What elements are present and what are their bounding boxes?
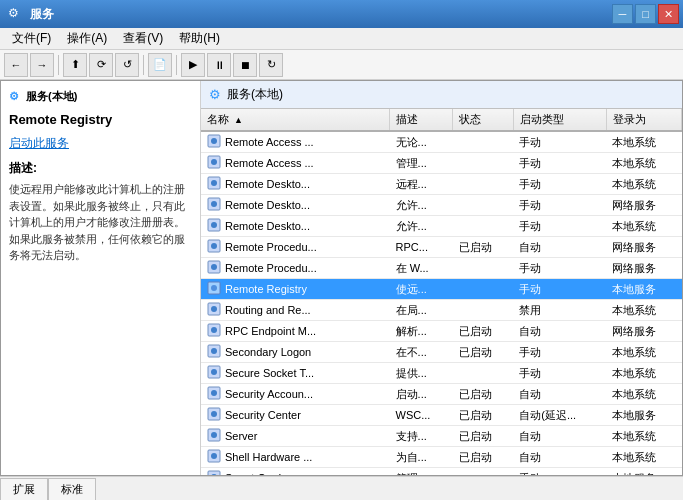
maximize-button[interactable]: □	[635, 4, 656, 24]
service-status: 已启动	[453, 237, 514, 258]
service-status	[453, 174, 514, 195]
col-logon[interactable]: 登录为	[606, 109, 681, 131]
service-desc: 允许...	[390, 216, 453, 237]
service-logon: 网络服务	[606, 258, 681, 279]
service-name: Remote Procedu...	[225, 262, 317, 274]
svg-point-29	[211, 432, 217, 438]
toolbar-start[interactable]: ▶	[181, 53, 205, 77]
service-name: RPC Endpoint M...	[225, 325, 316, 337]
svg-point-27	[211, 411, 217, 417]
menu-file[interactable]: 文件(F)	[4, 28, 59, 49]
service-status	[453, 216, 514, 237]
menu-action[interactable]: 操作(A)	[59, 28, 115, 49]
panel-header-title: 服务(本地)	[227, 86, 283, 103]
service-startup: 手动	[513, 363, 606, 384]
toolbar-back[interactable]: ←	[4, 53, 28, 77]
tab-expand[interactable]: 扩展	[0, 478, 48, 500]
svg-point-17	[211, 306, 217, 312]
table-row[interactable]: Secondary Logon 在不... 已启动 手动 本地系统	[201, 342, 682, 363]
service-name: Shell Hardware ...	[225, 451, 312, 463]
table-row[interactable]: RPC Endpoint M... 解析... 已启动 自动 网络服务	[201, 321, 682, 342]
table-row[interactable]: Remote Procedu... 在 W... 手动 网络服务	[201, 258, 682, 279]
svg-point-13	[211, 264, 217, 270]
svg-point-1	[211, 138, 217, 144]
table-row[interactable]: Remote Deskto... 允许... 手动 本地系统	[201, 216, 682, 237]
svg-point-23	[211, 369, 217, 375]
service-name-cell: Remote Procedu...	[201, 237, 390, 257]
table-row[interactable]: Remote Access ... 管理... 手动 本地系统	[201, 153, 682, 174]
svg-point-9	[211, 222, 217, 228]
service-desc: 提供...	[390, 363, 453, 384]
toolbar-restart[interactable]: ↻	[259, 53, 283, 77]
toolbar-sep1	[58, 55, 59, 75]
service-logon: 本地系统	[606, 426, 681, 447]
table-row[interactable]: Server 支持... 已启动 自动 本地系统	[201, 426, 682, 447]
service-name: Security Center	[225, 409, 301, 421]
service-startup: 自动	[513, 384, 606, 405]
service-desc: 启动...	[390, 384, 453, 405]
service-desc: 允许...	[390, 195, 453, 216]
service-desc: 无论...	[390, 131, 453, 153]
toolbar-refresh2[interactable]: ↺	[115, 53, 139, 77]
service-name-cell: Server	[201, 426, 390, 446]
status-bar: 扩展 标准	[0, 476, 683, 500]
table-row[interactable]: Shell Hardware ... 为自... 已启动 自动 本地系统	[201, 447, 682, 468]
service-status: 已启动	[453, 405, 514, 426]
col-name[interactable]: 名称 ▲	[201, 109, 390, 131]
service-name-cell: Remote Deskto...	[201, 174, 390, 194]
service-status: 已启动	[453, 342, 514, 363]
table-row[interactable]: Secure Socket T... 提供... 手动 本地系统	[201, 363, 682, 384]
table-row[interactable]: Routing and Re... 在局... 禁用 本地系统	[201, 300, 682, 321]
service-name: Routing and Re...	[225, 304, 311, 316]
service-icon	[207, 344, 221, 360]
service-status	[453, 468, 514, 476]
toolbar-refresh[interactable]: ⟳	[89, 53, 113, 77]
service-desc: 远程...	[390, 174, 453, 195]
col-status[interactable]: 状态	[453, 109, 514, 131]
menu-view[interactable]: 查看(V)	[115, 28, 171, 49]
service-icon	[207, 155, 221, 171]
table-row[interactable]: Security Center WSC... 已启动 自动(延迟... 本地服务	[201, 405, 682, 426]
service-logon: 本地系统	[606, 363, 681, 384]
table-row[interactable]: Remote Deskto... 允许... 手动 网络服务	[201, 195, 682, 216]
table-row[interactable]: Remote Access ... 无论... 手动 本地系统	[201, 131, 682, 153]
svg-point-21	[211, 348, 217, 354]
toolbar-export[interactable]: 📄	[148, 53, 172, 77]
toolbar-stop[interactable]: ⏹	[233, 53, 257, 77]
svg-point-11	[211, 243, 217, 249]
service-startup: 自动(延迟...	[513, 405, 606, 426]
desc-label: 描述:	[9, 160, 192, 177]
title-buttons: ─ □ ✕	[612, 4, 679, 24]
minimize-button[interactable]: ─	[612, 4, 633, 24]
service-icon	[207, 260, 221, 276]
close-button[interactable]: ✕	[658, 4, 679, 24]
col-startup[interactable]: 启动类型	[513, 109, 606, 131]
service-icon	[207, 134, 221, 150]
service-name-cell: Remote Access ...	[201, 153, 390, 173]
service-icon	[207, 428, 221, 444]
svg-point-25	[211, 390, 217, 396]
services-table[interactable]: 名称 ▲ 描述 状态 启动类型 登录为 Remote Access ...	[201, 109, 682, 475]
toolbar-forward[interactable]: →	[30, 53, 54, 77]
table-row[interactable]: Remote Registry 使远... 手动 本地服务	[201, 279, 682, 300]
col-desc[interactable]: 描述	[390, 109, 453, 131]
table-row[interactable]: Smart Card 管理... 手动 本地服务	[201, 468, 682, 476]
service-logon: 本地服务	[606, 279, 681, 300]
table-row[interactable]: Remote Procedu... RPC... 已启动 自动 网络服务	[201, 237, 682, 258]
service-logon: 网络服务	[606, 321, 681, 342]
service-icon	[207, 302, 221, 318]
table-row[interactable]: Security Accoun... 启动... 已启动 自动 本地系统	[201, 384, 682, 405]
service-desc: 管理...	[390, 153, 453, 174]
window-icon: ⚙	[8, 6, 24, 22]
start-service-link[interactable]: 启动此服务	[9, 135, 192, 152]
service-desc: 为自...	[390, 447, 453, 468]
toolbar-up[interactable]: ⬆	[63, 53, 87, 77]
service-logon: 网络服务	[606, 237, 681, 258]
service-icon	[207, 176, 221, 192]
toolbar-pause[interactable]: ⏸	[207, 53, 231, 77]
service-name: Secure Socket T...	[225, 367, 314, 379]
menu-help[interactable]: 帮助(H)	[171, 28, 228, 49]
table-row[interactable]: Remote Deskto... 远程... 手动 本地系统	[201, 174, 682, 195]
service-status: 已启动	[453, 447, 514, 468]
tab-standard[interactable]: 标准	[48, 478, 96, 500]
